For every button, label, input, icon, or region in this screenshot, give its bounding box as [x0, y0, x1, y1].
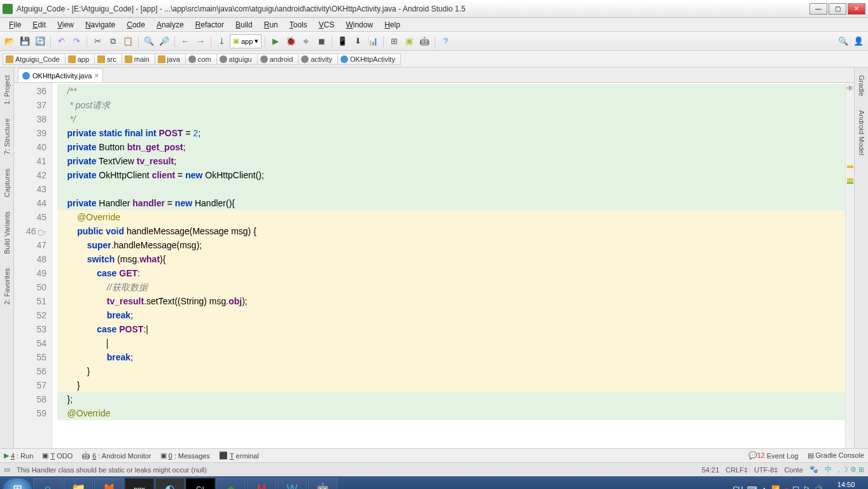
menu-analyze[interactable]: Analyze [151, 19, 189, 31]
breadcrumb-src[interactable]: src [94, 53, 122, 65]
code-line[interactable]: tv_result.setText((String) msg.obj); [57, 294, 845, 308]
code-line[interactable]: private Handler handler = new Handler(){ [57, 196, 845, 210]
gradle-console-tab[interactable]: ▤ Gradle Console [808, 451, 865, 460]
search-everywhere-icon[interactable]: 🔍 [836, 34, 850, 48]
line-sep[interactable]: CRLF‡ [725, 466, 748, 474]
code-line[interactable]: * post请求 [57, 98, 845, 112]
code-line[interactable]: break; [57, 308, 845, 322]
menu-build[interactable]: Build [230, 19, 258, 31]
line-number[interactable]: 45 [14, 210, 46, 224]
tray-wifi-icon[interactable]: 📶 [771, 485, 780, 490]
code-line[interactable]: private OkHttpClient client = new OkHttp… [57, 168, 845, 182]
bottom-tab-messages[interactable]: ▣ 0: Messages [160, 451, 210, 460]
save-icon[interactable]: 💾 [18, 34, 32, 48]
file-tab[interactable]: OKHttpActivity.java × [18, 68, 103, 82]
code-line[interactable]: } [57, 378, 845, 392]
line-number[interactable]: 47 [14, 238, 46, 252]
line-number[interactable]: 37 [14, 98, 46, 112]
menu-navigate[interactable]: Navigate [80, 19, 120, 31]
undo-icon[interactable]: ↶ [54, 34, 68, 48]
taskbar-app-icon[interactable]: M [247, 478, 276, 489]
ime-icons[interactable]: , ☽ ⚙ ⊞ [838, 465, 864, 474]
monitor-icon[interactable]: 📊 [366, 34, 380, 48]
redo-icon[interactable]: ↷ [69, 34, 83, 48]
code-line[interactable] [57, 336, 845, 350]
taskbar-cmd-icon[interactable]: C:\ [186, 478, 215, 489]
bottom-tab-terminal[interactable]: ⬛ Terminal [219, 451, 259, 460]
line-number[interactable]: 52 [14, 308, 46, 322]
left-tab-project[interactable]: 1: Project [2, 71, 12, 108]
menu-run[interactable]: Run [259, 19, 283, 31]
debug-icon[interactable]: 🐞 [284, 34, 298, 48]
attach-icon[interactable]: ⎆ [299, 34, 313, 48]
run-config-select[interactable]: ▣ app ▾ [230, 34, 262, 48]
menu-help[interactable]: Help [379, 19, 405, 31]
left-tab-favorites[interactable]: 2: Favorites [2, 264, 12, 308]
close-tab-icon[interactable]: × [94, 71, 99, 80]
taskbar-androidstudio-icon[interactable]: ◆ [216, 478, 246, 489]
tray-flag-icon[interactable]: ▲ [761, 485, 768, 489]
menu-view[interactable]: View [52, 19, 79, 31]
start-button[interactable]: ⊞ [3, 478, 32, 489]
menu-tools[interactable]: Tools [284, 19, 312, 31]
line-number[interactable]: 48 [14, 252, 46, 266]
breadcrumb-app[interactable]: app [65, 53, 95, 65]
help-icon[interactable]: ? [438, 34, 452, 48]
code-line[interactable]: break; [57, 350, 845, 364]
copy-icon[interactable]: ⧉ [106, 34, 120, 48]
menu-vcs[interactable]: VCS [314, 19, 340, 31]
line-number[interactable]: 50 [14, 280, 46, 294]
code-line[interactable]: //获取数据 [57, 280, 845, 294]
breadcrumb-com[interactable]: com [185, 53, 217, 65]
run-icon[interactable]: ▶ [269, 34, 283, 48]
line-number[interactable]: 54 [14, 336, 46, 350]
breadcrumb-android[interactable]: android [257, 53, 299, 65]
warning-mark[interactable] [847, 178, 853, 181]
replace-icon[interactable]: 🔎 [157, 34, 171, 48]
taskbar-android-icon[interactable]: 🤖 [308, 478, 337, 489]
avd-icon[interactable]: 📱 [335, 34, 349, 48]
tray-rec-icon[interactable]: ● [784, 485, 788, 489]
sync-gradle-icon[interactable]: ▣ [402, 34, 416, 48]
left-tab-captures[interactable]: Captures [2, 165, 12, 201]
ime-icon[interactable]: 🐾 [809, 465, 818, 474]
line-number[interactable]: 44 [14, 196, 46, 210]
line-number[interactable]: 46 [14, 224, 46, 238]
code-line[interactable]: public void handleMessage(Message msg) { [57, 224, 845, 238]
tray-lang[interactable]: CH [733, 485, 743, 489]
line-number[interactable]: 42 [14, 168, 46, 182]
taskbar-ie-icon[interactable]: e [33, 478, 62, 489]
breadcrumb-activity[interactable]: activity [298, 53, 338, 65]
code-line[interactable]: case POST:| [57, 322, 845, 336]
line-number[interactable]: 38 [14, 112, 46, 126]
breadcrumb-atguigu_code[interactable]: Atguigu_Code [3, 53, 66, 65]
menu-edit[interactable]: Edit [27, 19, 51, 31]
forward-icon[interactable]: → [193, 34, 207, 48]
line-number[interactable]: 59 [14, 406, 46, 420]
ime-lang[interactable]: 中 [825, 465, 832, 474]
line-number[interactable]: 57 [14, 378, 46, 392]
code-line[interactable]: switch (msg.what){ [57, 252, 845, 266]
breadcrumb-atguigu[interactable]: atguigu [216, 53, 258, 65]
tray-clock[interactable]: 14:50 2016/7/27 [827, 480, 865, 489]
line-number[interactable]: 58 [14, 392, 46, 406]
tray-keyboard-icon[interactable]: ⌨ [747, 485, 757, 490]
code-line[interactable]: @Override [57, 406, 845, 420]
code-line[interactable] [57, 182, 845, 196]
caret-position[interactable]: 54:21 [702, 466, 720, 474]
code-line[interactable]: }; [57, 392, 845, 406]
line-number[interactable]: 39 [14, 126, 46, 140]
line-number[interactable]: 51 [14, 294, 46, 308]
line-number[interactable]: 40 [14, 140, 46, 154]
maximize-button[interactable]: ▢ [829, 3, 846, 15]
make-icon[interactable]: ⤓ [214, 34, 228, 48]
taskbar-app-icon[interactable]: W [277, 478, 307, 489]
open-icon[interactable]: 📂 [3, 34, 17, 48]
menu-window[interactable]: Window [340, 19, 378, 31]
code-line[interactable]: private TextView tv_result; [57, 154, 845, 168]
line-number[interactable]: 56 [14, 364, 46, 378]
taskbar-firefox-icon[interactable]: 🦊 [94, 478, 123, 489]
sdk-icon[interactable]: ⬇ [351, 34, 365, 48]
code-line[interactable]: } [57, 364, 845, 378]
bottom-tab-run[interactable]: ▶ 4: Run [4, 451, 33, 460]
